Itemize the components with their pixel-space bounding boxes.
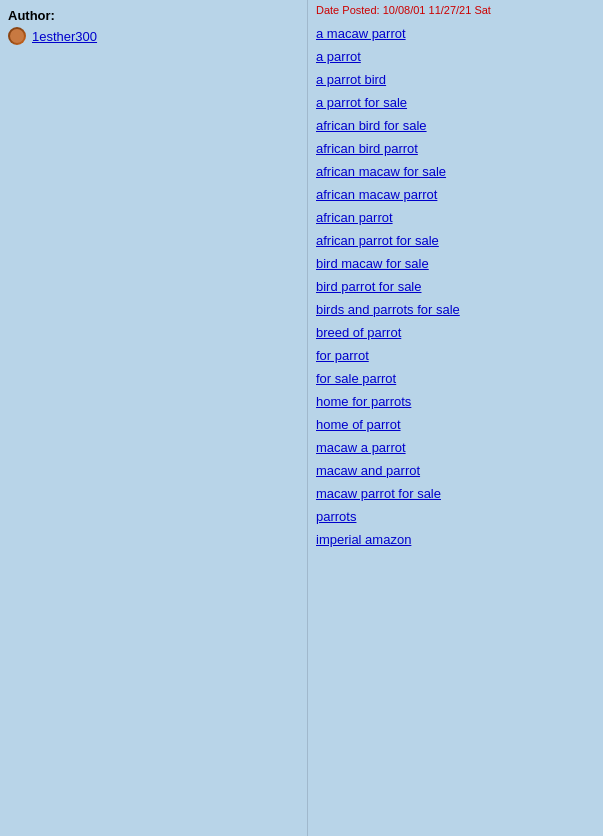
avatar-face: [10, 29, 24, 43]
list-item: a parrot bird: [316, 68, 595, 91]
author-row: 1esther300: [8, 27, 299, 45]
sidebar: Author: 1esther300: [0, 0, 308, 836]
list-item: macaw and parrot: [316, 459, 595, 482]
tag-link[interactable]: bird macaw for sale: [316, 256, 429, 271]
list-item: home of parrot: [316, 413, 595, 436]
tag-link[interactable]: for parrot: [316, 348, 369, 363]
list-item: african parrot: [316, 206, 595, 229]
tag-link[interactable]: imperial amazon: [316, 532, 411, 547]
list-item: african macaw parrot: [316, 183, 595, 206]
tag-link[interactable]: african macaw for sale: [316, 164, 446, 179]
tag-link[interactable]: a parrot for sale: [316, 95, 407, 110]
list-item: african parrot for sale: [316, 229, 595, 252]
main-content: Date Posted: 10/08/01 11/27/21 Sat a mac…: [308, 0, 603, 836]
list-item: imperial amazon: [316, 528, 595, 551]
tag-link[interactable]: breed of parrot: [316, 325, 401, 340]
list-item: parrots: [316, 505, 595, 528]
tag-link[interactable]: african macaw parrot: [316, 187, 437, 202]
list-item: a macaw parrot: [316, 22, 595, 45]
author-link[interactable]: 1esther300: [32, 29, 97, 44]
author-label: Author:: [8, 8, 299, 23]
list-item: birds and parrots for sale: [316, 298, 595, 321]
date-bar: Date Posted: 10/08/01 11/27/21 Sat: [316, 4, 595, 16]
author-section: Author: 1esther300: [8, 8, 299, 45]
list-item: home for parrots: [316, 390, 595, 413]
list-item: bird macaw for sale: [316, 252, 595, 275]
list-item: for parrot: [316, 344, 595, 367]
tag-link[interactable]: bird parrot for sale: [316, 279, 422, 294]
tag-link[interactable]: home for parrots: [316, 394, 411, 409]
list-item: bird parrot for sale: [316, 275, 595, 298]
links-list: a macaw parrota parrota parrot birda par…: [316, 22, 595, 551]
tag-link[interactable]: african parrot for sale: [316, 233, 439, 248]
tag-link[interactable]: macaw a parrot: [316, 440, 406, 455]
list-item: breed of parrot: [316, 321, 595, 344]
list-item: african bird for sale: [316, 114, 595, 137]
list-item: macaw a parrot: [316, 436, 595, 459]
tag-link[interactable]: african bird for sale: [316, 118, 427, 133]
tag-link[interactable]: macaw parrot for sale: [316, 486, 441, 501]
list-item: a parrot for sale: [316, 91, 595, 114]
tag-link[interactable]: a parrot bird: [316, 72, 386, 87]
list-item: macaw parrot for sale: [316, 482, 595, 505]
tag-link[interactable]: home of parrot: [316, 417, 401, 432]
tag-link[interactable]: for sale parrot: [316, 371, 396, 386]
tag-link[interactable]: parrots: [316, 509, 356, 524]
tag-link[interactable]: macaw and parrot: [316, 463, 420, 478]
tag-link[interactable]: african bird parrot: [316, 141, 418, 156]
tag-link[interactable]: a parrot: [316, 49, 361, 64]
list-item: african bird parrot: [316, 137, 595, 160]
tag-link[interactable]: a macaw parrot: [316, 26, 406, 41]
list-item: african macaw for sale: [316, 160, 595, 183]
list-item: for sale parrot: [316, 367, 595, 390]
list-item: a parrot: [316, 45, 595, 68]
tag-link[interactable]: birds and parrots for sale: [316, 302, 460, 317]
avatar: [8, 27, 26, 45]
tag-link[interactable]: african parrot: [316, 210, 393, 225]
